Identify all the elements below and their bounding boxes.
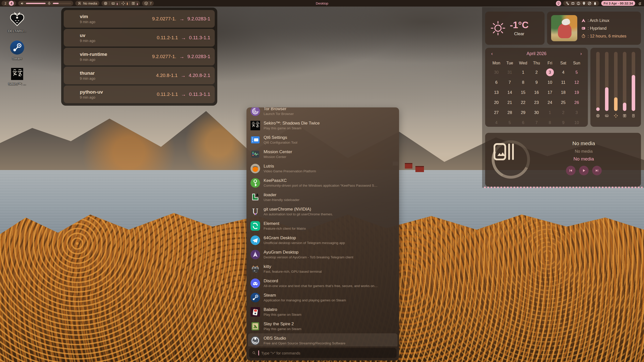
- launcher-item-lutris[interactable]: LutrisVideo Game Preservation Platform: [246, 161, 399, 176]
- launcher-item-sekiro-shadows-die-twice[interactable]: Sekiro™: Shadows Die TwicePlay this game…: [246, 118, 399, 133]
- calendar-day[interactable]: 8: [543, 118, 557, 127]
- launcher-item-element[interactable]: ElementFeature-rich client for Matrix: [246, 219, 399, 233]
- launcher-item-discord[interactable]: DiscordAll-in-one voice and text chat fo…: [246, 276, 399, 290]
- calendar-day[interactable]: 7: [503, 78, 516, 87]
- calendar-day[interactable]: 11: [557, 78, 570, 87]
- calendar-day[interactable]: 5: [503, 118, 516, 127]
- calendar-day[interactable]: 27: [490, 108, 503, 117]
- desktop-icon-deltaru[interactable]: DELTARU...: [8, 11, 26, 33]
- calendar-day[interactable]: 12: [570, 78, 583, 87]
- calendar-day[interactable]: 18: [557, 88, 570, 97]
- version-old: 4.20.8-1.1: [156, 73, 178, 78]
- calendar-day[interactable]: 13: [490, 88, 503, 97]
- update-card-vim-runtime[interactable]: vim-runtime9 min ago9.2.0277-1.→9.2.0283…: [64, 48, 215, 65]
- workspace-4-active[interactable]: 4: [9, 1, 14, 6]
- keepassxc-tray-icon[interactable]: [565, 2, 569, 5]
- launcher-item-git-userchrome-nvidia[interactable]: Ugit userChrome (NVIDIA)An automation to…: [246, 204, 399, 219]
- update-card-uv[interactable]: uv9 min ago0.11.2-1.1→0.11.3-1.1: [64, 29, 215, 47]
- launcher-item-kitty[interactable]: >_kittyFast, feature-rich, GPU based ter…: [246, 262, 399, 276]
- volume-slider[interactable]: [26, 3, 46, 4]
- calendar-day[interactable]: 16: [530, 88, 543, 97]
- calendar-day[interactable]: 22: [516, 98, 530, 107]
- workspaces-module[interactable]: 2 4: [2, 1, 16, 6]
- cpu-stat-column: [596, 52, 600, 123]
- launcher-item-text: KeePassXCCommunity-driven port of the Wi…: [264, 178, 377, 187]
- clock-label: Fri 3 Apr - 00:32:34: [603, 2, 633, 5]
- launcher-item-steam[interactable]: SteamApplication for managing and playin…: [246, 290, 399, 305]
- media-play-button[interactable]: [579, 166, 589, 175]
- calendar-day[interactable]: 3: [570, 108, 583, 117]
- steam-tray-icon[interactable]: [588, 2, 591, 5]
- idle-inhibitor-button[interactable]: [556, 1, 561, 6]
- calendar-day[interactable]: 10: [543, 78, 557, 87]
- calendar-day[interactable]: 1: [516, 68, 530, 77]
- obs-tray-icon[interactable]: [577, 2, 580, 5]
- workspace-2[interactable]: 2: [4, 2, 7, 5]
- calendar-day[interactable]: 31: [503, 68, 516, 77]
- calendar-day[interactable]: 30: [490, 68, 503, 77]
- calendar-day[interactable]: 23: [530, 98, 543, 107]
- launcher-search-bar[interactable]: [249, 348, 397, 358]
- media-previous-button[interactable]: [566, 166, 576, 175]
- update-card-vim[interactable]: vim9 min ago9.2.0277-1.→9.2.0283-1: [64, 10, 215, 28]
- calendar-day[interactable]: 10: [570, 118, 583, 127]
- launcher-item-iloader[interactable]: iloaderUser-friendly sideloader: [246, 190, 399, 204]
- calendar-prev-button[interactable]: ‹: [490, 51, 494, 56]
- clock-module[interactable]: Fri 3 Apr - 00:32:34: [601, 1, 635, 6]
- calendar-day[interactable]: 4: [557, 68, 570, 77]
- updates-module[interactable]: 7: [142, 1, 154, 6]
- stopwatch-icon: [581, 34, 586, 38]
- launcher-search-input[interactable]: [261, 351, 394, 355]
- calendar-day[interactable]: 15: [516, 88, 530, 97]
- calendar-day[interactable]: 17: [543, 88, 557, 97]
- calendar-day[interactable]: 25: [557, 98, 570, 107]
- launcher-item-balatro[interactable]: BalatroPlay this game on Steam: [246, 305, 399, 319]
- calendar-day[interactable]: 6: [516, 118, 530, 127]
- calendar-day[interactable]: 7: [530, 118, 543, 127]
- media-module[interactable]: No media: [75, 1, 99, 6]
- update-card-python-uv[interactable]: python-uv9 min ago0.11.2-1.1→0.11.3-1.1: [64, 86, 215, 103]
- calendar-day[interactable]: 19: [570, 88, 583, 97]
- updates-count: 7: [150, 2, 152, 5]
- calendar-day[interactable]: 2: [557, 108, 570, 117]
- launcher-item-obs-studio[interactable]: OBS StudioFree and Open Source Streaming…: [248, 333, 398, 346]
- launcher-item-64gram-desktop[interactable]: 64Gram DesktopUnofficial desktop version…: [246, 233, 399, 247]
- system-stats-module[interactable]: [101, 1, 140, 6]
- update-card-thunar[interactable]: thunar9 min ago4.20.8-1.1→4.20.8-2.1: [64, 67, 215, 84]
- desktop-icon-sekiro[interactable]: Sekiro™: ...: [8, 68, 26, 86]
- calendar-day[interactable]: 5: [570, 68, 583, 77]
- audio-module[interactable]: [18, 1, 73, 6]
- desktop-icon-steam[interactable]: Steam: [10, 41, 24, 60]
- launcher-item-ayugram-desktop[interactable]: AyuGram DesktopDesktop version of AyuGra…: [246, 247, 399, 262]
- calendar-day[interactable]: 30: [530, 108, 543, 117]
- calendar-day[interactable]: 26: [570, 98, 583, 107]
- calendar-day[interactable]: 6: [490, 78, 503, 87]
- battery-tray-icon[interactable]: [593, 2, 597, 5]
- music-off-icon: [78, 2, 81, 5]
- calendar-day[interactable]: 9: [530, 78, 543, 87]
- calendar-day[interactable]: 21: [503, 98, 516, 107]
- network-tray-icon[interactable]: [571, 2, 575, 5]
- launcher-item-mission-center[interactable]: Mission CenterMission Center: [246, 147, 399, 161]
- calendar-day[interactable]: 29: [516, 108, 530, 117]
- mic-slider[interactable]: [53, 3, 71, 4]
- launcher-item-qt6-settings[interactable]: Qt6 SettingsQt6 Configuration Tool: [246, 133, 399, 147]
- calendar-day[interactable]: 1: [543, 108, 557, 117]
- calendar-day[interactable]: 9: [557, 118, 570, 127]
- calendar-day[interactable]: 28: [503, 108, 516, 117]
- calendar-day[interactable]: 8: [516, 78, 530, 87]
- calendar-day[interactable]: 4: [490, 118, 503, 127]
- calendar-day[interactable]: 2: [530, 68, 543, 77]
- calendar-day[interactable]: 20: [490, 98, 503, 107]
- launcher-item-tor-browser[interactable]: Tor BrowserLaunch Tor Browser: [246, 107, 399, 118]
- calendar-day[interactable]: 14: [503, 88, 516, 97]
- calendar-day[interactable]: 24: [543, 98, 557, 107]
- calendar-next-button[interactable]: ›: [579, 51, 583, 56]
- location-tray-icon[interactable]: [582, 2, 586, 5]
- launcher-item-slay-the-spire-2[interactable]: Slay the Spire 2Play this game on Steam: [246, 319, 399, 333]
- media-next-button[interactable]: [592, 166, 602, 175]
- launcher-item-name: iloader: [264, 192, 300, 197]
- launcher-item-keepassxc[interactable]: KeePassXCCommunity-driven port of the Wi…: [246, 176, 399, 190]
- notifications-bell-icon[interactable]: [638, 1, 642, 6]
- calendar-day[interactable]: 3: [543, 68, 557, 77]
